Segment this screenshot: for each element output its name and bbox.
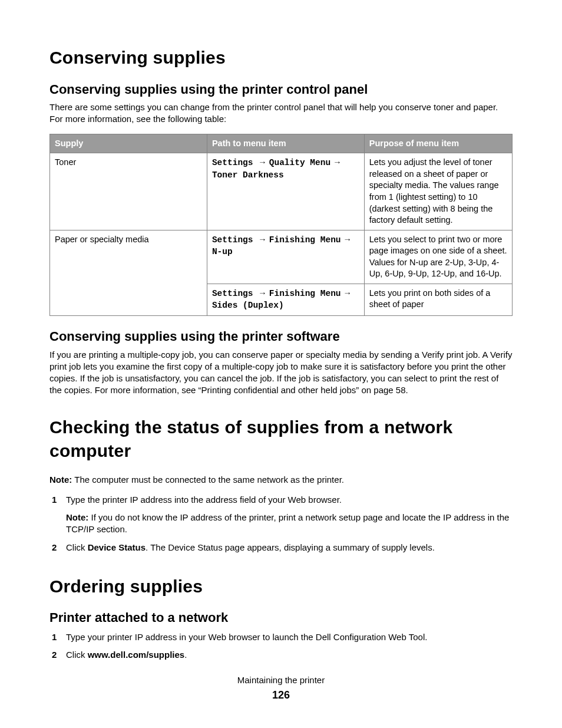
step: 1 Type your printer IP address in your W… xyxy=(49,631,513,643)
heading-ordering: Ordering supplies xyxy=(49,575,513,599)
page-footer: Maintaining the printer 126 xyxy=(0,674,562,702)
cell-path: Settings → Finishing Menu → Sides (Duple… xyxy=(207,284,364,315)
step-text: Click xyxy=(66,542,88,552)
arrow-icon: → xyxy=(258,288,269,298)
step-number: 1 xyxy=(52,631,57,643)
cell-supply: Toner xyxy=(50,153,207,230)
table-header: Path to menu item xyxy=(207,134,364,153)
table-row: Paper or specialty media Settings → Fini… xyxy=(50,230,513,284)
heading-conserving-supplies: Conserving supplies xyxy=(49,46,513,70)
cell-purpose: Lets you print on both sides of a sheet … xyxy=(364,284,512,315)
steps-list: 1 Type the printer IP address into the a… xyxy=(49,494,513,554)
footer-section: Maintaining the printer xyxy=(0,674,562,686)
arrow-icon: → xyxy=(341,235,352,244)
arrow-icon: → xyxy=(258,157,269,167)
heading-software: Conserving supplies using the printer so… xyxy=(49,328,513,345)
cell-purpose: Lets you select to print two or more pag… xyxy=(364,230,512,284)
cell-purpose: Lets you adjust the level of toner relea… xyxy=(364,153,512,230)
step-bold: www.dell.com/supplies xyxy=(88,650,184,660)
step-number: 1 xyxy=(52,494,57,506)
step: 2 Click Device Status. The Device Status… xyxy=(49,542,513,554)
step-text: . The Device Status page appears, displa… xyxy=(146,542,435,552)
sub-note: Note: If you do not know the IP address … xyxy=(66,512,513,536)
step-bold: Device Status xyxy=(88,542,146,552)
note: Note: The computer must be connected to … xyxy=(49,474,513,486)
step: 1 Type the printer IP address into the a… xyxy=(49,494,513,536)
table-row: Toner Settings → Quality Menu → Toner Da… xyxy=(50,153,513,230)
arrow-icon: → xyxy=(258,235,269,244)
supplies-table: Supply Path to menu item Purpose of menu… xyxy=(49,134,513,316)
step-number: 2 xyxy=(52,542,57,554)
step-number: 2 xyxy=(52,649,57,661)
paragraph: There are some settings you can change f… xyxy=(49,101,513,126)
arrow-icon: → xyxy=(341,288,352,298)
table-header-row: Supply Path to menu item Purpose of menu… xyxy=(50,134,513,153)
step: 2 Click www.dell.com/supplies. xyxy=(49,649,513,661)
cell-path: Settings → Finishing Menu → N-up xyxy=(207,230,364,284)
table-header: Purpose of menu item xyxy=(364,134,512,153)
step-text: Click xyxy=(66,650,88,660)
document-page: Conserving supplies Conserving supplies … xyxy=(0,0,562,728)
table-header: Supply xyxy=(50,134,207,153)
steps-list: 1 Type your printer IP address in your W… xyxy=(49,631,513,661)
heading-control-panel: Conserving supplies using the printer co… xyxy=(49,81,513,98)
heading-network-printer: Printer attached to a network xyxy=(49,609,513,627)
heading-checking-status: Checking the status of supplies from a n… xyxy=(49,416,513,463)
step-text: Type your printer IP address in your Web… xyxy=(66,632,427,642)
step-text: Type the printer IP address into the add… xyxy=(66,495,342,505)
cell-path: Settings → Quality Menu → Toner Darkness xyxy=(207,153,364,230)
paragraph: If you are printing a multiple-copy job,… xyxy=(49,349,513,397)
step-text: . xyxy=(184,650,187,660)
arrow-icon: → xyxy=(330,157,342,167)
page-number: 126 xyxy=(0,688,562,702)
cell-supply: Paper or specialty media xyxy=(50,230,207,315)
